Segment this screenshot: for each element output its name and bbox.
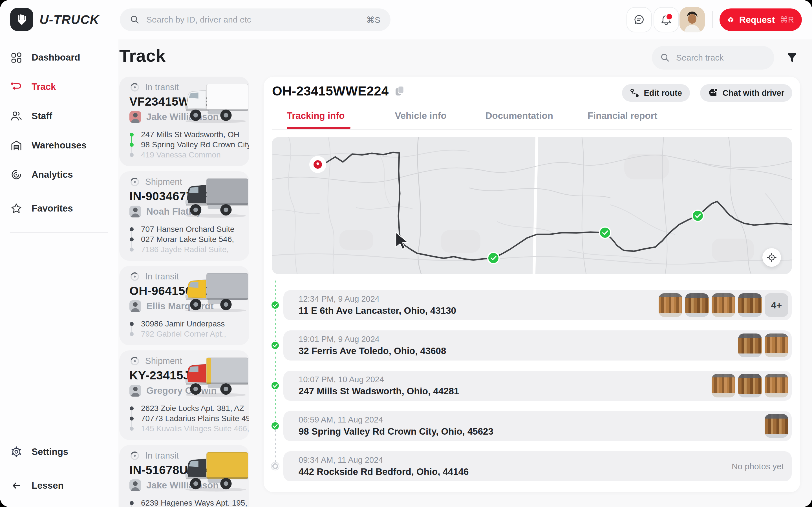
notifications-button[interactable]	[654, 7, 679, 33]
cargo-photo[interactable]	[685, 293, 709, 317]
check-circle-icon	[270, 341, 280, 350]
copy-icon[interactable]	[395, 85, 405, 97]
stop: 247 Mills St Wadsworth, OH	[130, 129, 239, 140]
stop: 6239 Hagenes Ways Apt. 195, WI	[130, 498, 239, 507]
timeline-photos	[738, 334, 788, 357]
topbar-divider	[712, 11, 713, 28]
stop-address: 145 Kuvalis Villages Suite 466, AZ	[141, 424, 249, 433]
top-bar: U-TRUCK ⌘S	[0, 0, 812, 40]
shipment-status-icon	[130, 356, 140, 367]
brand-logo[interactable]	[10, 8, 33, 31]
filter-button[interactable]	[785, 51, 799, 65]
cargo-photo[interactable]	[738, 374, 762, 397]
sidebar-item-label: Analytics	[32, 169, 73, 180]
cargo-photo[interactable]	[765, 334, 788, 357]
stop-dot-icon	[130, 247, 134, 251]
cargo-photo[interactable]	[712, 293, 735, 317]
driver-avatar	[130, 206, 141, 217]
sidebar-item-dashboard[interactable]: Dashboard	[10, 45, 112, 70]
chat-with-driver-button[interactable]: Chat with driver	[700, 84, 792, 102]
shipment-status-label: Shipment	[145, 356, 182, 366]
request-button[interactable]: Request ⌘R	[719, 8, 802, 31]
shipment-card[interactable]: In transit IN-51678URE401 Jake Williamso…	[119, 445, 249, 507]
shipment-status-label: In transit	[145, 272, 179, 282]
sidebar-item-label: Track	[32, 81, 56, 92]
stop-address: 30986 Jamir Underpass	[141, 320, 225, 328]
avatar-image	[679, 7, 705, 33]
tab-vehicle-info[interactable]: Vehicle info	[395, 110, 446, 121]
cargo-photo[interactable]	[765, 414, 788, 438]
sidebar-item-track[interactable]: Track	[10, 74, 112, 100]
edit-route-button[interactable]: Edit route	[622, 84, 690, 102]
sidebar: Dashboard Track Staff	[0, 40, 118, 507]
truck-image	[183, 270, 248, 314]
sidebar-item-label: Dashboard	[32, 52, 80, 63]
sidebar-item-warehouses[interactable]: Warehouses	[10, 132, 112, 158]
timeline-time: 19:01 PM, 9 Aug 2024	[299, 335, 379, 344]
stop: 2623 Zoie Locks Apt. 381, AZ	[130, 403, 239, 413]
stop-address: 707 Hansen Orchard Suite	[141, 225, 235, 234]
stop: 027 Morar Lake Suite 546,	[130, 234, 239, 244]
page-title: Track	[119, 46, 166, 66]
tab-tracking-info[interactable]: Tracking info	[287, 110, 345, 121]
timeline-row: 12:34 PM, 9 Aug 2024 11 E 6th Ave Lancas…	[283, 290, 792, 320]
stop-dot-icon	[130, 416, 134, 420]
timeline-time: 09:34 AM, 11 Aug 2024	[299, 455, 383, 465]
timeline-row: 06:59 AM, 11 Aug 2024 98 Spring Valley R…	[283, 411, 792, 441]
shipment-card[interactable]: In transit VF23415WWE224 Jake Williamson…	[119, 76, 249, 166]
track-search[interactable]	[652, 46, 774, 69]
cargo-photo[interactable]	[738, 334, 762, 357]
timeline-marker	[270, 381, 280, 390]
notification-badge	[665, 13, 673, 20]
sidebar-item-staff[interactable]: Staff	[10, 103, 112, 129]
crosshair-icon	[766, 252, 777, 263]
stops: 247 Mills St Wadsworth, OH98 Spring Vall…	[130, 129, 239, 160]
cargo-photo[interactable]	[738, 293, 762, 317]
star-icon	[10, 202, 22, 215]
cargo-photo[interactable]	[712, 374, 735, 397]
stop: 792 Gabriel Corner Apt.,	[130, 329, 239, 339]
sidebar-collapse-button[interactable]: Lessen	[10, 473, 112, 499]
stop-address: 6239 Hagenes Ways Apt. 195, WI	[141, 499, 249, 507]
shipment-status-icon	[130, 271, 140, 282]
shipment-card[interactable]: Shipment KY-23415JNF155 Gregory Corwin 2…	[119, 350, 249, 440]
stop-dot-icon	[130, 332, 134, 336]
timeline-row: 10:07 PM, 10 Aug 2024 247 Mills St Wadsw…	[283, 371, 792, 401]
sidebar-item-label: Favorites	[32, 203, 73, 214]
warehouse-icon	[10, 139, 22, 152]
shipment-card[interactable]: Shipment IN-9034677ZFG154 Noah Flatley 7…	[119, 171, 249, 261]
timeline-time: 12:34 PM, 9 Aug 2024	[299, 294, 379, 304]
cargo-photo[interactable]	[659, 293, 682, 317]
active-tab-underline	[287, 127, 350, 129]
stop-address: 98 Spring Valley Rd Crown City, OH	[141, 140, 249, 149]
chat-with-driver-label: Chat with driver	[723, 89, 784, 98]
route-icon	[10, 80, 22, 93]
messages-button[interactable]	[626, 7, 652, 33]
user-avatar[interactable]	[679, 7, 705, 33]
search-icon	[130, 15, 140, 24]
timeline-photos: 4+	[659, 293, 788, 317]
tab-financial-report[interactable]: Financial report	[588, 110, 658, 121]
timeline-connector-pending	[275, 426, 276, 466]
sidebar-item-settings[interactable]: Settings	[10, 439, 112, 465]
edit-route-icon	[630, 88, 640, 98]
stop-address: 247 Mills St Wadsworth, OH	[141, 130, 239, 139]
global-search[interactable]: ⌘S	[120, 8, 391, 31]
track-search-input[interactable]	[675, 53, 766, 63]
cargo-photo[interactable]	[765, 374, 788, 397]
timeline-time: 10:07 PM, 10 Aug 2024	[299, 375, 384, 384]
shipment-status-icon	[130, 82, 140, 93]
sidebar-item-analytics[interactable]: Analytics	[10, 162, 112, 187]
stop-dot-icon	[130, 322, 134, 326]
shipment-detail-id: OH-23415WWE224	[272, 83, 389, 99]
shipment-card[interactable]: In transit OH-96415GFC145 Ellis Marquard…	[119, 266, 249, 345]
stop-dot-icon	[130, 406, 134, 410]
global-search-input[interactable]	[146, 15, 360, 25]
no-photos-label: No photos yet	[732, 451, 784, 482]
route-map[interactable]	[272, 137, 792, 274]
locate-button[interactable]	[762, 248, 781, 267]
sidebar-item-favorites[interactable]: Favorites	[10, 195, 112, 221]
timeline-row: 09:34 AM, 11 Aug 2024 442 Rockside Rd Be…	[283, 451, 792, 482]
more-photos-button[interactable]: 4+	[765, 293, 788, 317]
tab-documentation[interactable]: Documentation	[486, 110, 553, 121]
